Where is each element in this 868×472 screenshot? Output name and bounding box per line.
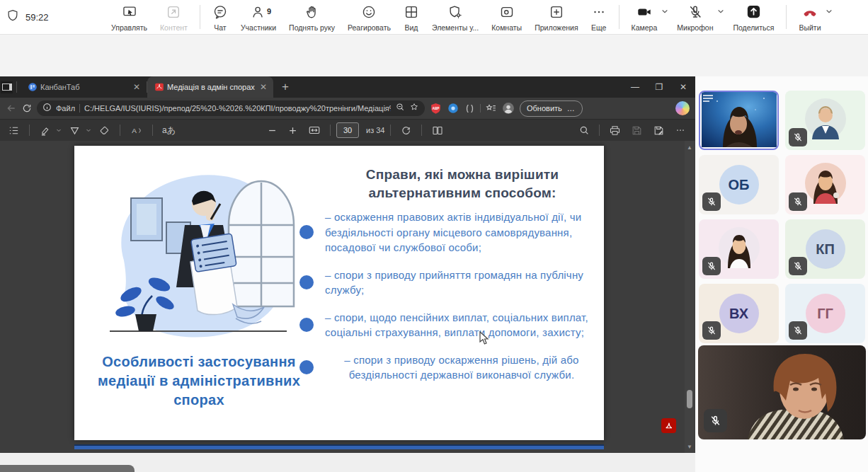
toc-icon[interactable]: [4, 121, 23, 139]
participant-tile-4[interactable]: [785, 155, 865, 214]
scrollbar-thumb[interactable]: [687, 390, 692, 408]
minimize-button[interactable]: —: [623, 76, 647, 98]
favorite-star-icon[interactable]: [409, 102, 419, 115]
favorites-bar-icon[interactable]: [485, 103, 497, 115]
browser-tab-1[interactable]: КанбанТаб✕: [21, 76, 147, 98]
zoom-out-icon[interactable]: [263, 121, 281, 139]
bullet-dot: [299, 318, 314, 332]
svg-text:ABP: ABP: [432, 107, 439, 110]
profile-avatar[interactable]: [501, 101, 515, 115]
more-icon: [591, 4, 607, 23]
bullet-text: – спори, щодо пенсійних виплат, соціальн…: [325, 310, 598, 340]
participant-tile-8[interactable]: ГГ: [785, 284, 865, 343]
tab-close-icon[interactable]: ✕: [258, 82, 269, 92]
security-shield-icon[interactable]: [6, 8, 20, 25]
participants-sidebar: ОБКПВХГГ: [695, 76, 868, 472]
read-aloud-icon[interactable]: A: [126, 121, 147, 139]
toolbar-button-shield-gear[interactable]: Элементы у...: [426, 3, 485, 32]
save-as-icon[interactable]: [649, 121, 668, 139]
page-view-icon[interactable]: [428, 121, 447, 139]
toolbar-button-label: Комнаты: [491, 23, 522, 32]
pdf-more-icon[interactable]: [671, 121, 690, 139]
toolbar-button-share[interactable]: Поделиться: [726, 2, 780, 32]
url-text[interactable]: C:/HELGA/IUS(IURIS)/препод/25%20-%2026.%…: [84, 104, 391, 113]
back-icon[interactable]: [6, 103, 17, 114]
toolbar-button-mic-muted[interactable]: Микрофон: [670, 3, 719, 32]
rotate-icon[interactable]: [396, 121, 416, 139]
browser-tab-2[interactable]: Медіація в адмін спорах (Литви✕: [147, 76, 273, 98]
close-button[interactable]: ✕: [671, 76, 695, 98]
toolbar-button-view[interactable]: Вид: [397, 3, 426, 32]
page-number-input[interactable]: 30: [336, 122, 359, 138]
toolbar-button-screen-control[interactable]: Управлять: [105, 3, 154, 32]
adobe-acrobat-icon[interactable]: [661, 418, 676, 433]
toolbar-button-label: Элементы у...: [432, 23, 479, 32]
zoom-in-icon[interactable]: [284, 121, 302, 139]
toolbar-button-label: Приложения: [535, 23, 578, 32]
chevron-down-icon[interactable]: [825, 6, 833, 18]
search-icon[interactable]: [575, 121, 593, 139]
slide-bullet-item: – спори з приводу оскарження рішень, дій…: [299, 352, 598, 383]
toolbar-button-leave[interactable]: Выйти: [792, 3, 827, 32]
toolbar-separator: [200, 5, 200, 29]
scroll-down-icon[interactable]: ▼: [685, 442, 695, 451]
new-tab-button[interactable]: +: [273, 80, 297, 94]
participant-tile-2[interactable]: [785, 91, 865, 150]
highlighter-icon[interactable]: [35, 121, 55, 139]
print-icon[interactable]: [605, 121, 624, 139]
pdf-annotation-tools: A аあ: [4, 120, 179, 141]
blue-extension-icon[interactable]: [447, 102, 459, 115]
chevron-down-icon[interactable]: [661, 6, 669, 18]
pen-icon[interactable]: [65, 121, 84, 139]
save-icon[interactable]: [627, 121, 646, 139]
translate-icon[interactable]: аあ: [159, 121, 179, 139]
zoom-out-page-icon[interactable]: [395, 102, 405, 115]
toolbar-button-apps[interactable]: Приложения: [528, 3, 584, 32]
update-more-icon[interactable]: …: [567, 104, 576, 113]
tab-close-icon[interactable]: ✕: [131, 82, 142, 92]
meeting-status: 59:22: [6, 0, 49, 34]
participant-tile-5[interactable]: [699, 219, 779, 279]
taskbar-stub[interactable]: [0, 465, 135, 472]
refresh-icon[interactable]: [21, 103, 33, 114]
bullet-text: – спори з приводу оскарження рішень, дій…: [325, 352, 598, 383]
toolbar-button-label: Контент: [160, 23, 188, 32]
copilot-icon[interactable]: [675, 101, 690, 115]
participant-tile-3[interactable]: ОБ: [699, 155, 779, 214]
mic-muted-icon: [702, 321, 721, 340]
toolbar-button-rooms[interactable]: Комнаты: [485, 3, 528, 32]
toolbar-button-participants[interactable]: 9Участники: [234, 3, 282, 32]
toolbar-button-more[interactable]: Еще: [585, 3, 613, 32]
mic-muted-icon: [789, 128, 807, 146]
update-browser-button[interactable]: Обновить …: [520, 100, 583, 117]
share-icon: [746, 4, 762, 23]
adblock-extension-icon[interactable]: ABP: [429, 102, 442, 115]
chevron-down-icon[interactable]: [716, 6, 725, 18]
fit-width-icon[interactable]: [304, 121, 324, 139]
restore-button[interactable]: ❐: [647, 76, 671, 98]
desktop-gap-strip: [0, 35, 868, 76]
pen-chevron-icon[interactable]: [85, 127, 92, 134]
window-controls: — ❐ ✕: [623, 76, 695, 98]
mic-muted-icon: [702, 257, 721, 275]
url-field[interactable]: Файл C:/HELGA/IUS(IURIS)/препод/25%20-%2…: [37, 100, 425, 116]
pdf-toolbar: A аあ 30 из 34: [0, 119, 695, 141]
participant-tile-6[interactable]: КП: [785, 219, 865, 279]
highlighter-chevron-icon[interactable]: [55, 127, 62, 134]
toolbar-button-camera[interactable]: Камера: [625, 3, 664, 32]
scroll-up-icon[interactable]: ▲: [685, 142, 695, 152]
participant-tile-large[interactable]: [698, 345, 866, 439]
site-info-icon[interactable]: [42, 102, 52, 115]
toolbar-button-raise-hand[interactable]: Поднять руку: [282, 3, 341, 32]
brackets-extension-icon[interactable]: [464, 103, 476, 115]
toolbar-button-chat[interactable]: Чат: [206, 3, 234, 32]
pdf-scrollbar[interactable]: ▲ ▼: [685, 141, 695, 453]
eraser-icon[interactable]: [95, 121, 114, 139]
participant-tile-7[interactable]: ВХ: [699, 284, 779, 343]
toolbar-button-react[interactable]: Реагировать: [341, 3, 397, 32]
tab-layout-icon[interactable]: [1, 81, 13, 93]
participant-tile-1[interactable]: [699, 91, 779, 150]
desktop-bottom-strip: [0, 453, 695, 472]
toolbar-button-label: Участники: [241, 23, 276, 32]
meeting-toolbar-buttons: УправлятьКонтентЧат9УчастникиПоднять рук…: [105, 0, 868, 34]
